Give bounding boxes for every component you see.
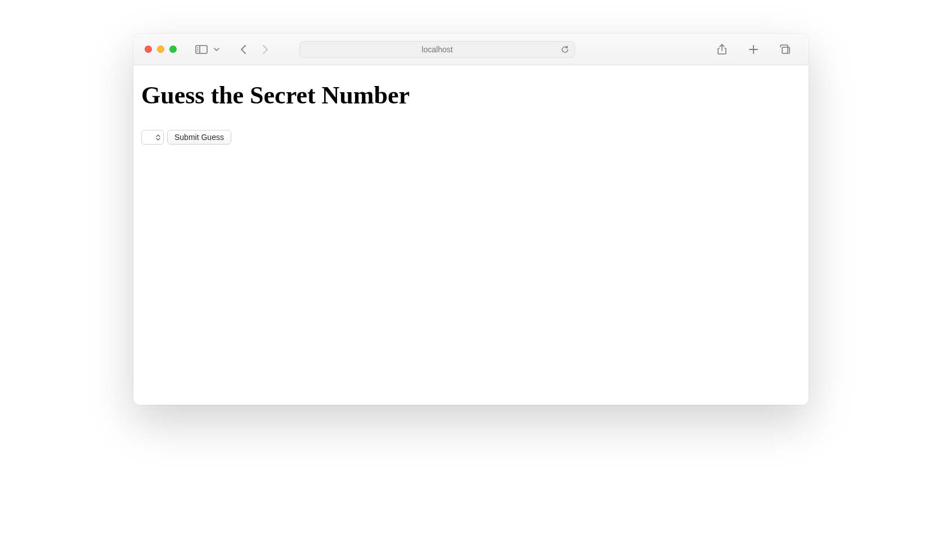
forward-button[interactable]	[258, 42, 272, 57]
nav-buttons	[236, 42, 272, 57]
number-stepper[interactable]	[155, 132, 162, 143]
maximize-window-button[interactable]	[169, 46, 177, 53]
guess-form: Submit Guess	[141, 130, 801, 144]
submit-guess-button[interactable]: Submit Guess	[167, 130, 231, 144]
submit-guess-label: Submit Guess	[174, 133, 224, 142]
window-controls	[145, 46, 177, 53]
page-content: Guess the Secret Number Submit Guess	[133, 65, 809, 405]
toolbar-right	[713, 42, 797, 57]
back-button[interactable]	[236, 42, 251, 57]
minimize-window-button[interactable]	[157, 46, 164, 53]
new-tab-icon[interactable]	[744, 42, 762, 57]
stepper-up-icon[interactable]	[155, 134, 161, 137]
share-icon[interactable]	[713, 42, 731, 57]
stepper-down-icon[interactable]	[155, 138, 161, 141]
refresh-icon[interactable]	[561, 46, 569, 53]
guess-input-wrap	[141, 130, 164, 144]
address-text: localhost	[421, 45, 452, 54]
close-window-button[interactable]	[145, 46, 152, 53]
page-title: Guess the Secret Number	[141, 81, 801, 110]
chevron-down-icon[interactable]	[212, 42, 222, 57]
titlebar: localhost	[133, 34, 809, 65]
sidebar-icon[interactable]	[192, 42, 210, 57]
svg-rect-7	[782, 47, 790, 53]
browser-window: localhost	[133, 34, 809, 405]
address-bar[interactable]: localhost	[299, 41, 575, 58]
tabs-overview-icon[interactable]	[776, 42, 794, 57]
sidebar-toggle-group	[192, 42, 222, 57]
